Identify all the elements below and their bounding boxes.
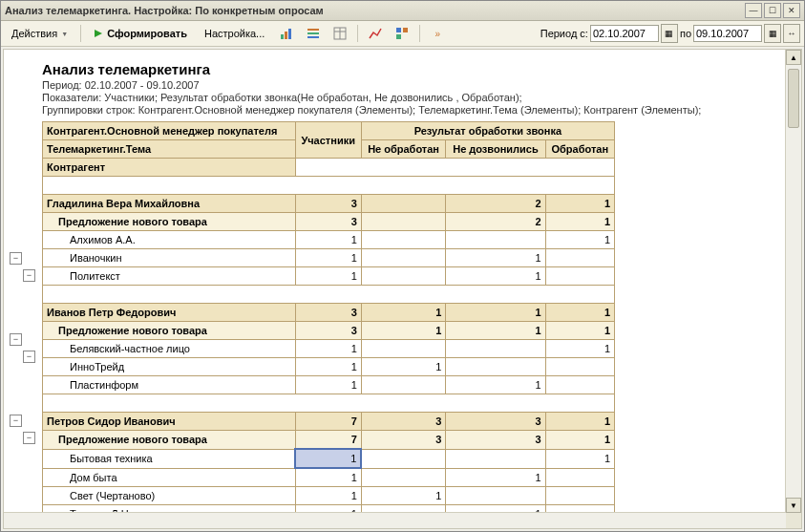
cell[interactable]: [545, 468, 615, 487]
cell[interactable]: Белявский-частное лицо: [43, 340, 296, 358]
cell[interactable]: [545, 267, 615, 286]
cell[interactable]: [545, 376, 615, 394]
cell[interactable]: 1: [295, 267, 361, 286]
cell[interactable]: 3: [295, 195, 361, 213]
cell[interactable]: 1: [361, 487, 446, 505]
date-to-picker-button[interactable]: ▦: [764, 24, 781, 43]
cell[interactable]: 1: [361, 304, 446, 322]
period-apply-button[interactable]: ↔: [783, 24, 800, 43]
list-icon[interactable]: [302, 23, 325, 44]
cell[interactable]: ИнноТрейд: [43, 358, 296, 376]
cell[interactable]: 1: [446, 322, 545, 340]
date-to-input[interactable]: [693, 25, 762, 42]
cell[interactable]: Дом быта: [43, 468, 296, 487]
chart-icon-2[interactable]: [364, 23, 387, 44]
cell[interactable]: 1: [295, 358, 361, 376]
cell[interactable]: 3: [295, 322, 361, 340]
cell[interactable]: Пластинформ: [43, 376, 296, 394]
cell[interactable]: 1: [545, 322, 615, 340]
cell[interactable]: [361, 449, 446, 468]
cell[interactable]: [446, 449, 545, 468]
cell[interactable]: Иваночкин: [43, 249, 296, 267]
cell[interactable]: 1: [545, 449, 615, 468]
cell[interactable]: Гладилина Вера Михайловна: [43, 195, 296, 213]
cell[interactable]: 1: [446, 304, 545, 322]
cell[interactable]: Бытовая техника: [43, 449, 296, 468]
cell[interactable]: 1: [295, 231, 361, 249]
tree-collapse-button[interactable]: −: [23, 432, 35, 444]
cell[interactable]: 7: [295, 413, 361, 431]
cell[interactable]: Алхимов А.А.: [43, 231, 296, 249]
actions-menu[interactable]: Действия ▼: [5, 25, 74, 42]
chart-bar-icon[interactable]: [275, 23, 298, 44]
cell[interactable]: 2: [446, 213, 545, 231]
cell[interactable]: 3: [295, 213, 361, 231]
config-icon[interactable]: [391, 23, 413, 44]
cell[interactable]: Предложение нового товара: [43, 322, 296, 340]
table-icon[interactable]: [328, 23, 351, 44]
scrollbar-horizontal[interactable]: [4, 512, 786, 528]
cell[interactable]: [446, 231, 545, 249]
tree-collapse-button[interactable]: −: [23, 269, 35, 282]
cell[interactable]: Петров Сидор Иванович: [43, 413, 296, 431]
cell[interactable]: 1: [295, 340, 361, 358]
cell[interactable]: 1: [545, 213, 615, 231]
cell[interactable]: [545, 249, 615, 267]
tree-collapse-button[interactable]: −: [10, 252, 22, 265]
scrollbar-thumb[interactable]: [788, 69, 799, 128]
cell[interactable]: Предложение нового товара: [43, 431, 296, 450]
cell[interactable]: 2: [446, 195, 545, 213]
maximize-button[interactable]: ☐: [764, 3, 781, 18]
tree-collapse-button[interactable]: −: [23, 351, 35, 363]
cell[interactable]: 3: [295, 304, 361, 322]
settings-button[interactable]: Настройка...: [198, 25, 271, 42]
cell[interactable]: Политекст: [43, 267, 296, 286]
cell[interactable]: 3: [446, 413, 545, 431]
cell[interactable]: Предложение нового товара: [43, 213, 296, 231]
cell[interactable]: [446, 340, 545, 358]
cell[interactable]: 1: [545, 231, 615, 249]
cell[interactable]: 3: [361, 431, 446, 450]
cell[interactable]: 1: [295, 249, 361, 267]
report-viewport[interactable]: Анализ телемаркетинга Период: 02.10.2007…: [3, 49, 802, 529]
minimize-button[interactable]: —: [745, 3, 762, 18]
cell[interactable]: [361, 468, 446, 487]
cell[interactable]: [361, 340, 446, 358]
cell[interactable]: [446, 487, 545, 505]
cell[interactable]: [361, 213, 446, 231]
cell[interactable]: [545, 358, 615, 376]
cell[interactable]: 1: [361, 322, 446, 340]
cell[interactable]: 1: [295, 487, 361, 505]
more-icon[interactable]: »: [426, 23, 449, 44]
cell[interactable]: [361, 267, 446, 286]
cell[interactable]: Иванов Петр Федорович: [43, 304, 296, 322]
cell[interactable]: 1: [545, 340, 615, 358]
close-button[interactable]: ✕: [783, 3, 800, 18]
scroll-up-button[interactable]: ▲: [786, 50, 801, 65]
cell[interactable]: 1: [295, 376, 361, 394]
cell[interactable]: [361, 249, 446, 267]
cell[interactable]: 1: [295, 449, 361, 468]
cell[interactable]: 1: [446, 376, 545, 394]
date-from-input[interactable]: [590, 25, 659, 42]
form-button[interactable]: Сформировать: [87, 25, 194, 42]
tree-collapse-button[interactable]: −: [10, 333, 22, 346]
cell[interactable]: 3: [361, 413, 446, 431]
date-from-picker-button[interactable]: ▦: [661, 24, 678, 43]
cell[interactable]: 1: [545, 413, 615, 431]
cell[interactable]: 1: [446, 468, 545, 487]
cell[interactable]: [361, 195, 446, 213]
cell[interactable]: 3: [446, 431, 545, 450]
scroll-down-button[interactable]: ▼: [786, 498, 801, 513]
cell[interactable]: 1: [446, 267, 545, 286]
cell[interactable]: [361, 231, 446, 249]
cell[interactable]: [545, 487, 615, 505]
scrollbar-vertical[interactable]: ▲ ▼: [785, 50, 801, 513]
tree-collapse-button[interactable]: −: [10, 415, 22, 427]
cell[interactable]: [446, 358, 545, 376]
cell[interactable]: [361, 376, 446, 394]
cell[interactable]: 1: [545, 431, 615, 450]
cell[interactable]: 7: [295, 431, 361, 450]
cell[interactable]: 1: [446, 249, 545, 267]
cell[interactable]: 1: [545, 304, 615, 322]
